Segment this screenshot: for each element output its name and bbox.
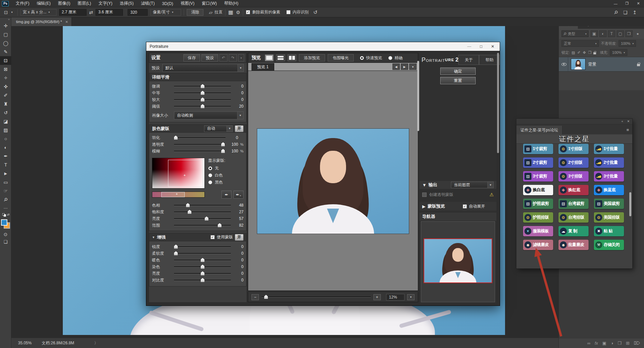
preview-tab[interactable]: 预览 1: [252, 63, 274, 71]
add-preview-button[interactable]: 添加预览: [299, 54, 325, 62]
slider-thumb[interactable]: [174, 136, 178, 140]
more-tools-icon[interactable]: ⋯: [4, 206, 8, 211]
zoom-level[interactable]: 35.05%: [18, 341, 32, 345]
crop-width-field[interactable]: 2.7 厘米: [59, 9, 87, 16]
image-size-select[interactable]: 自动检测 ▼: [174, 111, 244, 119]
slider-track[interactable]: [174, 280, 231, 281]
slider-track[interactable]: [174, 225, 231, 226]
workspace-icon[interactable]: ❏: [623, 10, 628, 15]
zoom-out-button[interactable]: −: [252, 294, 259, 300]
menu-item[interactable]: 选择(S): [116, 0, 137, 7]
chevron-down-icon[interactable]: ▾: [238, 54, 244, 62]
brush-tool[interactable]: ✐: [0, 91, 11, 100]
menu-item[interactable]: 滤镜(T): [137, 0, 158, 7]
quick-selection-tool[interactable]: ✎: [0, 47, 11, 56]
star-button[interactable]: ❖换白底: [523, 185, 553, 195]
layer-effects-icon[interactable]: fx: [595, 341, 598, 346]
eraser-tool[interactable]: ◪: [0, 117, 11, 126]
eyedropper-button[interactable]: ✒: [221, 191, 231, 199]
clear-button[interactable]: 清除: [187, 9, 203, 16]
pixel-filter-icon[interactable]: ▣: [591, 30, 598, 37]
auto-expand-checkbox[interactable]: ✓ 自动展开: [463, 204, 485, 209]
radio-icon[interactable]: [208, 166, 212, 170]
preset-select[interactable]: 默认 ▼: [162, 64, 244, 72]
star-button[interactable]: ☻滤镜磨皮: [523, 240, 553, 250]
dialog-title-bar[interactable]: Portraiture — □ ✕: [146, 42, 500, 51]
bracket-exposure-button[interactable]: 包围曝光: [328, 54, 354, 62]
quick-mask-icon[interactable]: ⊙: [4, 232, 8, 237]
about-button[interactable]: 关于: [458, 55, 479, 65]
delete-cropped-pixels-checkbox[interactable]: ✓ 删除裁剪的像素: [246, 9, 280, 15]
lock-position-icon[interactable]: ✥: [583, 50, 586, 55]
slider-track[interactable]: [174, 273, 231, 274]
path-selection-tool[interactable]: ►: [0, 169, 11, 178]
enhance-power-button[interactable]: 开: [235, 234, 244, 241]
star-button[interactable]: ⚙3寸排版: [558, 171, 589, 182]
menu-item[interactable]: 编辑(E): [33, 0, 54, 7]
clone-stamp-tool[interactable]: ♜: [0, 100, 11, 108]
adjustment-layer-icon[interactable]: ◑: [611, 341, 613, 346]
ok-button[interactable]: 确定: [440, 68, 476, 75]
star-button[interactable]: ⊡3寸裁剪: [523, 171, 553, 182]
menu-item[interactable]: 窗口(W): [198, 0, 220, 7]
history-brush-tool[interactable]: ↺: [0, 108, 11, 117]
marquee-tool[interactable]: ▢: [0, 30, 11, 39]
shape-tool[interactable]: ▭: [0, 178, 11, 187]
move-tool[interactable]: ✛: [0, 21, 11, 30]
resolution-unit-select[interactable]: 像素/英寸▾: [150, 9, 181, 16]
crop-settings-gear-icon[interactable]: ⚙: [236, 10, 240, 15]
type-tool[interactable]: T: [0, 160, 11, 169]
right-column-scrollbar[interactable]: [497, 53, 499, 153]
zoom-dropdown-icon[interactable]: ▾: [407, 294, 415, 300]
foreground-color-swatch[interactable]: [1, 219, 7, 226]
quick-preview-radio[interactable]: 快速预览: [360, 55, 382, 61]
smudge-tool[interactable]: ○: [0, 134, 11, 143]
search-icon[interactable]: ⚲: [613, 9, 619, 15]
slider-thumb[interactable]: [201, 98, 204, 102]
reset-button[interactable]: 重置: [440, 77, 476, 84]
zoom-slider-thumb[interactable]: [264, 295, 268, 299]
prev-tab-icon[interactable]: ◀: [392, 64, 400, 70]
zoom-in-button[interactable]: +: [373, 294, 381, 300]
preview-scrollbar[interactable]: [417, 61, 419, 131]
swap-dimensions-icon[interactable]: ⇄: [89, 10, 93, 15]
star-button[interactable]: ▂▅▇1寸批量: [594, 144, 624, 154]
layer-visibility-toggle[interactable]: [560, 57, 568, 71]
slider-thumb[interactable]: [201, 258, 204, 262]
star-button[interactable]: ⚙台湾排版: [558, 212, 589, 223]
undo-icon[interactable]: ↶: [219, 54, 227, 62]
slider-track[interactable]: [174, 137, 225, 138]
slider-track[interactable]: [174, 212, 231, 213]
tab-menu-icon[interactable]: ▾: [409, 64, 417, 70]
pen-tool[interactable]: ✒: [0, 152, 11, 160]
color-filter-icon[interactable]: ●: [634, 30, 641, 37]
slider-thumb[interactable]: [188, 210, 191, 214]
slider-track[interactable]: [174, 253, 231, 254]
panel-tab[interactable]: 证件之星-菜芎ps论坛: [516, 126, 562, 134]
star-button[interactable]: ▼服装模板: [523, 226, 553, 236]
type-filter-icon[interactable]: T: [608, 30, 615, 37]
eyedropper-tool[interactable]: ✧: [0, 74, 11, 82]
crop-tool[interactable]: ⊡: [0, 56, 11, 65]
content-aware-checkbox[interactable]: 内容识别: [286, 9, 309, 15]
star-button[interactable]: ⊡台湾裁剪: [558, 199, 589, 209]
shape-filter-icon[interactable]: ▢: [617, 30, 624, 37]
slider-thumb[interactable]: [201, 91, 204, 95]
crop-resolution-field[interactable]: 320: [128, 9, 148, 16]
panel-scrollbar[interactable]: [629, 192, 631, 216]
hue-strip[interactable]: +: [152, 192, 205, 198]
mask-option[interactable]: 黑色: [208, 179, 244, 186]
delete-layer-icon[interactable]: ⌦: [634, 341, 640, 346]
radio-icon[interactable]: [208, 173, 212, 178]
slider-thumb[interactable]: [201, 278, 204, 282]
eyedropper-add-button[interactable]: ✒+: [233, 191, 244, 199]
blend-mode-select[interactable]: 正常 ▾: [561, 40, 599, 47]
redo-icon[interactable]: ↷: [229, 54, 237, 62]
menu-item[interactable]: 文字(Y): [95, 0, 116, 7]
healing-brush-tool[interactable]: ✜: [0, 82, 11, 91]
status-chevron-icon[interactable]: 〉: [94, 340, 98, 346]
gradient-tool[interactable]: ▨: [0, 126, 11, 134]
preview-canvas[interactable]: [248, 71, 418, 291]
smart-object-filter-icon[interactable]: ❒: [625, 30, 633, 37]
link-layers-icon[interactable]: ∞: [587, 341, 590, 346]
